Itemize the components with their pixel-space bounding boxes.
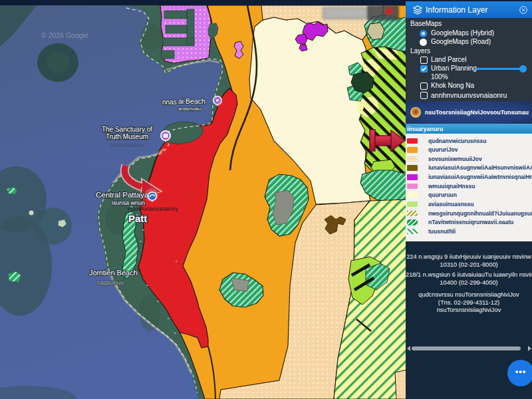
svg-text:maiiHuoaniunaiAry: maiiHuoaniunaiAry <box>128 205 178 212</box>
svg-text:ai Beach: ai Beach <box>178 97 205 105</box>
svg-text:naqauinuu: naqauinuu <box>97 279 124 286</box>
svg-text:Truth Museum: Truth Museum <box>106 133 148 140</box>
svg-text:© 2026 Google: © 2026 Google <box>41 31 88 39</box>
svg-text:Central Pattaya: Central Pattaya <box>96 191 149 199</box>
svg-text:Usnansaassu: Usnansaassu <box>110 142 145 148</box>
svg-text:anasnvaiu: anasnvaiu <box>178 106 201 112</box>
svg-text:Patt: Patt <box>128 213 147 224</box>
svg-text:Jomtien Beach: Jomtien Beach <box>89 269 138 277</box>
svg-text:nnas: nnas <box>162 98 177 106</box>
svg-text:The Sanctuary of: The Sanctuary of <box>102 126 152 133</box>
